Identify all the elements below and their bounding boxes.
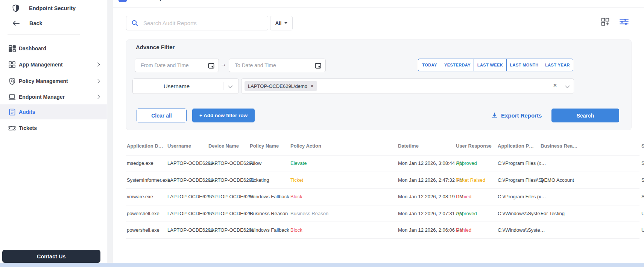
cell-response: Ticket Raised [456,177,498,183]
cell-clipped: U [641,227,644,233]
clear-all-button[interactable]: Clear all [137,109,187,122]
cell-response: Approved [456,211,498,216]
cell-policy: Business Reason [250,211,290,216]
cell-device: LAPTOP-OCDE629L [208,160,250,166]
brand: Endpoint Security [12,5,76,12]
cell-reason: For Testing [541,211,641,216]
clear-field-icon[interactable]: ✕ [553,83,557,88]
export-label: Export Reports [501,112,542,119]
from-date-input[interactable] [140,62,208,69]
cell-datetime: Mon Jan 12 2026, 2:07:31 PM [398,211,456,216]
cell-clipped: U [641,211,644,216]
audit-table: msedge.exeLAPTOP-OCDE629L…LAPTOP-OCDE629… [126,155,639,239]
download-icon [491,112,498,119]
bottom-strip [0,263,644,267]
cell-action: Business Reason [290,211,398,216]
quick-range-last-year[interactable]: LAST YEAR [542,59,573,71]
sidebar-item-dashboard[interactable]: Dashboard [0,40,107,57]
cell-policy: Ticketing [250,177,290,183]
search-box [126,16,268,30]
sidebar-item-policy-management[interactable]: Policy Management [0,73,107,89]
cell-response: Denied [456,194,498,199]
filter-sliders-icon[interactable] [620,17,629,26]
table-row[interactable]: powershell.exeLAPTOP-OCDE629L…LAPTOP-OCD… [126,222,639,239]
cell-datetime: Mon Jan 12 2026, 2:08:19 PM [398,194,456,199]
chevron-right-icon [96,79,100,83]
apps-icon [8,61,16,68]
quick-range-yesterday[interactable]: YESTERDAY [441,59,474,71]
policy-shield-icon [8,77,16,85]
dashboard-icon [8,45,16,52]
table-header: Application D…UsernameDevice NamePolicy … [126,136,639,155]
column-settings-icon[interactable] [601,17,610,26]
sidebar-item-audits[interactable]: Audits [0,104,107,119]
cell-action: Elevate [290,160,398,166]
contact-us-button[interactable]: Contact Us [2,250,100,263]
quick-range-today[interactable]: TODAY [418,59,441,71]
quick-ranges: TODAYYESTERDAYLAST WEEKLAST MONTHLAST YE… [418,59,573,71]
export-reports-button[interactable]: Export Reports [491,109,542,122]
cell-device: LAPTOP-OCDE629L [208,211,250,216]
table-row[interactable]: powershell.exeLAPTOP-OCDE629L…LAPTOP-OCD… [126,205,639,222]
from-date-field[interactable] [135,59,219,72]
sidebar-item-endpoint-manager[interactable]: Endpoint Manager [0,89,107,105]
search-button[interactable]: Search [551,109,619,122]
divider [223,82,223,90]
cell-action: Block [290,227,398,233]
cell-policy: Windows Fallback [250,227,290,233]
back-button[interactable]: Back [12,20,43,26]
add-filter-row-button[interactable]: + Add new filter row [192,109,255,122]
cell-reason: DEMO Account [541,177,641,183]
chevron-down-icon [228,83,233,88]
cell-app: SystemInformer.exe [126,177,167,183]
filter-value-multiselect[interactable]: LAPTOP-OCDE629L/demo ✕ ✕ [241,78,574,94]
cell-path: C:\\Windows\\Syste… [498,227,541,233]
table-row[interactable]: vmware.exeLAPTOP-OCDE629L…LAPTOP-OCDE629… [126,189,639,205]
sidebar-item-app-management[interactable]: App Management [0,56,107,73]
cell-action: Block [290,194,398,199]
sidebar: Endpoint Security Back Dashboard App Man… [0,0,107,263]
calendar-icon[interactable] [208,62,214,69]
calendar-icon[interactable] [315,62,321,69]
brand-label: Endpoint Security [29,5,76,11]
arrow-right-icon: → [220,61,226,68]
sidebar-divider [8,35,80,35]
cell-path: C:\\Program Files (x… [498,160,541,166]
cell-clipped: S [641,194,644,199]
search-input[interactable] [143,20,265,27]
table-row[interactable]: SystemInformer.exeLAPTOP-OCDE629L…LAPTOP… [126,172,639,189]
audit-reports-icon [118,0,127,2]
scope-value: All [275,20,282,26]
chevron-right-icon [96,95,100,99]
column-header: Business Rea… [541,143,641,149]
sidebar-item-tickets[interactable]: Tickets [0,120,107,136]
cell-device: LAPTOP-OCDE629L [208,227,250,233]
cell-app: powershell.exe [126,227,167,233]
search-scope-dropdown[interactable]: All [270,16,293,30]
filter-field-value: Username [133,79,220,94]
cell-policy: Windows Fallback [250,194,290,199]
remove-tag-icon[interactable]: ✕ [310,84,314,89]
cell-clipped: S [641,160,644,166]
cell-device: LAPTOP-OCDE629L [208,177,250,183]
ticket-icon [8,124,16,132]
quick-range-last-week[interactable]: LAST WEEK [474,59,507,71]
cell-user: LAPTOP-OCDE629L… [167,227,208,233]
table-row[interactable]: msedge.exeLAPTOP-OCDE629L…LAPTOP-OCDE629… [126,155,639,172]
back-arrow-icon [12,21,20,26]
search-icon [132,20,138,26]
cell-user: LAPTOP-OCDE629L… [167,194,208,199]
cell-datetime: Mon Jan 12 2026, 2:06:06 PM [398,227,456,233]
cell-clipped: S [641,177,644,183]
chevron-right-icon [96,62,100,66]
to-date-field[interactable] [229,59,326,72]
screen: Endpoint Security Back Dashboard App Man… [0,0,644,267]
filter-field-dropdown[interactable]: Username [132,78,239,94]
advance-filter-panel: Advance Filter → TODAYYESTERDAYLAST WEEK… [126,39,632,130]
column-header: Policy Name [250,143,290,149]
shield-icon [12,5,19,12]
cell-user: LAPTOP-OCDE629L… [167,160,208,166]
quick-range-last-month[interactable]: LAST MONTH [506,59,542,71]
column-header: Application D… [126,143,167,149]
to-date-input[interactable] [234,62,315,69]
